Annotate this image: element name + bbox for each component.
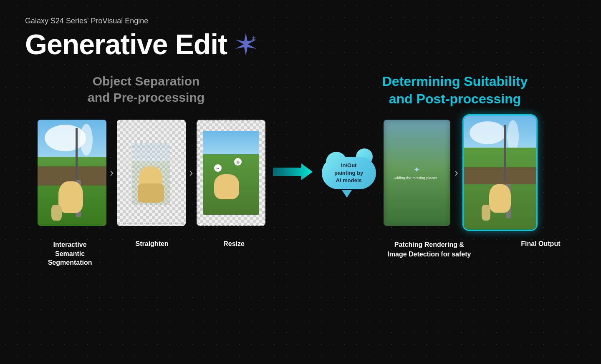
label-final-output: Final Output bbox=[505, 240, 576, 248]
svg-marker-2 bbox=[273, 163, 313, 180]
right-section-label: Determining Suitability and Post-process… bbox=[367, 73, 543, 108]
big-arrow-icon bbox=[273, 162, 313, 183]
header: Galaxy S24 Series' ProVisual Engine Gene… bbox=[25, 17, 576, 60]
image-card-original bbox=[38, 120, 106, 226]
cloud-bubble: In/Out painting by AI models bbox=[320, 148, 378, 198]
flow-images-row: › › bbox=[38, 114, 538, 231]
chevron-2-icon: › bbox=[189, 166, 193, 179]
blurred-adding-text: Adding the missing pieces... bbox=[394, 176, 440, 180]
label-resize: Resize bbox=[202, 240, 266, 248]
step-labels-row: Interactive Semantic Segmentation Straig… bbox=[38, 240, 576, 267]
label-iss: Interactive Semantic Segmentation bbox=[38, 240, 102, 267]
device-frame bbox=[462, 114, 538, 231]
chevron-3-icon: › bbox=[455, 166, 458, 179]
page-container: Galaxy S24 Series' ProVisual Engine Gene… bbox=[0, 0, 601, 364]
label-straighten: Straighten bbox=[120, 240, 184, 248]
sections-row: Object Separation and Pre-processing Det… bbox=[25, 73, 576, 108]
chevron-1-icon: › bbox=[110, 166, 114, 179]
left-section-label: Object Separation and Pre-processing bbox=[50, 73, 242, 105]
image-card-blurred: ✦ Adding the missing pieces... bbox=[384, 120, 450, 226]
cloud-text-line2: painting by bbox=[334, 169, 363, 177]
cloud-text-line3: AI models bbox=[334, 177, 363, 184]
sparkle-icon bbox=[234, 32, 258, 56]
flow-section: › › bbox=[38, 114, 576, 267]
cloud-text-line1: In/Out bbox=[334, 162, 363, 169]
main-title-row: Generative Edit bbox=[25, 28, 576, 60]
image-card-resize: ↔ ⊕ bbox=[197, 120, 265, 226]
main-title: Generative Edit bbox=[25, 28, 227, 60]
subtitle: Galaxy S24 Series' ProVisual Engine bbox=[25, 17, 576, 25]
label-patching: Patching Rendering & Image Detection for… bbox=[370, 240, 488, 259]
svg-marker-0 bbox=[235, 33, 256, 55]
image-card-transparent bbox=[117, 120, 186, 226]
